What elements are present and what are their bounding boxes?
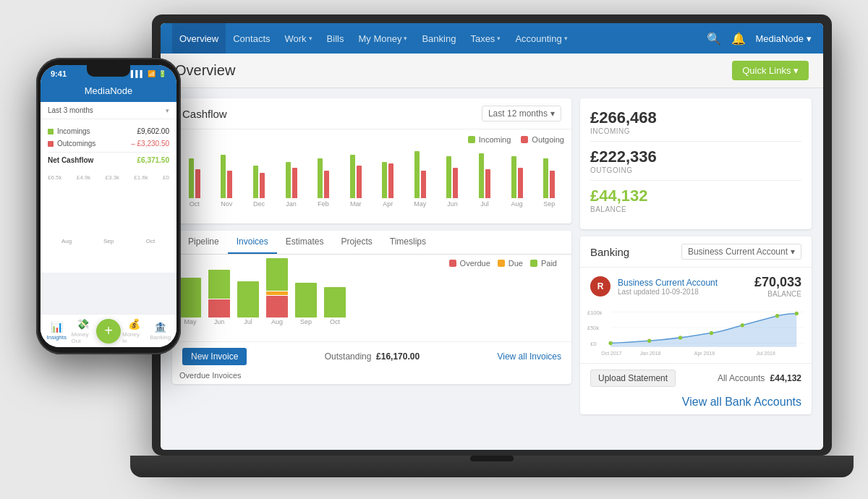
nav-right: 🔍 🔔 MediaNode ▾ (707, 32, 812, 46)
phone-filter-label: Last 3 months (48, 106, 93, 114)
pipeline-bar-aug: Aug (266, 258, 288, 325)
nav-overview[interactable]: Overview (172, 23, 226, 54)
svg-point-6 (608, 341, 612, 345)
phone-outcomings-row: Outcomings – £3,230.50 (48, 137, 169, 150)
balance-amount: £44,132 (590, 187, 801, 205)
tab-pipeline[interactable]: Pipeline (179, 231, 228, 254)
tab-timeslips[interactable]: Timeslips (381, 231, 435, 254)
bank-chart-svg: £100k £50k £0 (587, 308, 804, 359)
bank-last-updated: Last updated 10-09-2018 (618, 288, 747, 296)
cashflow-bar-feb: Feb (308, 140, 339, 208)
phone-time: 9:41 (51, 69, 67, 78)
svg-text:Oct 2017: Oct 2017 (601, 351, 621, 356)
pipeline-bar-sep: Sep (295, 283, 317, 325)
incoming-stat: £266,468 INCOMING (590, 108, 801, 135)
cashflow-bar-jul: Jul (469, 140, 500, 208)
page-title: Overview (175, 62, 235, 79)
tabs-bar: Pipeline Invoices Estimates Projects Tim… (172, 231, 571, 255)
account-selector[interactable]: Business Current Account ▾ (681, 244, 801, 260)
quick-links-button[interactable]: Quick Links ▾ (732, 61, 809, 80)
tab-projects[interactable]: Projects (332, 231, 380, 254)
bank-balance-label: BALANCE (754, 290, 801, 298)
svg-point-11 (775, 314, 779, 317)
nav-my-money[interactable]: My Money ▾ (351, 23, 414, 54)
right-panel: £266,468 INCOMING £222,336 OUTGOING (580, 98, 812, 444)
phone-filter-row[interactable]: Last 3 months ▾ (41, 102, 176, 119)
svg-point-10 (741, 323, 744, 327)
pipeline-footer: New Invoice Outstanding £16,170.00 View … (172, 341, 571, 371)
search-icon[interactable]: 🔍 (707, 32, 721, 46)
nav-contacts[interactable]: Contacts (226, 23, 277, 54)
svg-text:Jul 2018: Jul 2018 (757, 351, 775, 356)
nav-user[interactable]: MediaNode ▾ (756, 33, 812, 44)
cashflow-bar-jun: Jun (438, 140, 468, 208)
phone-nav-money-in[interactable]: 💰 Money In (121, 315, 148, 347)
bank-footer: Upload Statement All Accounts £44,132 (580, 363, 812, 393)
phone-net-row: Net Cashflow £6,371.50 (48, 152, 169, 166)
laptop: Overview Contacts Work ▾ Bills My Money (152, 14, 832, 477)
pipeline-legend: Overdue Due Paid (179, 259, 564, 270)
view-all-banks-link[interactable]: View all Bank Accounts (682, 396, 801, 408)
all-accounts-info: All Accounts £44,132 (718, 373, 801, 383)
nav-bills[interactable]: Bills (320, 23, 352, 54)
phone-nav-money-out[interactable]: 💸 Money Out (70, 315, 97, 347)
phone-nav-insights[interactable]: 📊 Insights (43, 318, 70, 344)
view-all-invoices-link[interactable]: View all Invoices (497, 351, 561, 362)
cashflow-bar-chart: Oct Nov Dec Jan Feb Mar (179, 148, 564, 221)
outcomings-value: – £3,230.50 (131, 140, 169, 148)
scene: Overview Contacts Work ▾ Bills My Money (36, 14, 832, 485)
phone-mini-chart: £6.5k £4.9k £3.3k £1.6k £0 (41, 171, 176, 273)
svg-text:Apr 2018: Apr 2018 (694, 351, 715, 357)
svg-point-9 (710, 331, 713, 335)
laptop-screen: Overview Contacts Work ▾ Bills My Money (161, 23, 823, 450)
svg-text:£0: £0 (590, 341, 596, 347)
banking-account-header: R Business Current Account Last updated … (580, 268, 812, 305)
balance-stat: £44,132 BALANCE (590, 187, 801, 213)
upload-statement-button[interactable]: Upload Statement (590, 370, 676, 387)
pipeline-card: Pipeline Invoices Estimates Projects Tim… (172, 231, 571, 384)
app-header: Overview Quick Links ▾ (161, 54, 823, 88)
cashflow-bar-nov: Nov (212, 140, 242, 208)
svg-text:£100k: £100k (587, 310, 603, 316)
money-in-icon: 💰 (128, 318, 140, 330)
nav-work[interactable]: Work ▾ (278, 23, 320, 54)
incoming-amount: £266,468 (590, 108, 801, 127)
nav-taxes[interactable]: Taxes ▾ (463, 23, 508, 54)
signal-icon: ▌▌▌ (131, 70, 145, 77)
phone: 9:41 ▌▌▌ 📶 🔋 MediaNode Last 3 months ▾ (36, 58, 181, 354)
view-all-banks-row: View all Bank Accounts (580, 393, 812, 414)
stats-card: £266,468 INCOMING £222,336 OUTGOING (580, 98, 812, 229)
bank-account-name: Business Current Account (618, 278, 747, 288)
period-selector[interactable]: Last 12 months ▾ (482, 106, 561, 121)
mini-bar-oct: Oct (130, 202, 171, 244)
bell-icon[interactable]: 🔔 (731, 32, 746, 46)
tab-estimates[interactable]: Estimates (277, 231, 333, 254)
phone-nav-banking[interactable]: 🏦 Banking (148, 318, 174, 344)
cashflow-bar-aug: Aug (502, 140, 532, 208)
app-nav: Overview Contacts Work ▾ Bills My Money (161, 23, 823, 54)
pipeline-bar-jul: Jul (237, 281, 259, 325)
pipeline-bars: May Jun Jul Aug Sep (179, 270, 564, 336)
phone-add-button[interactable]: + (96, 319, 121, 344)
cashflow-bar-sep: Sep (534, 140, 564, 208)
tab-invoices[interactable]: Invoices (228, 231, 277, 254)
incomings-value: £9,602.00 (137, 127, 170, 135)
phone-notch (87, 65, 130, 77)
cashflow-bar-mar: Mar (341, 140, 371, 208)
mini-bar-chart: Aug Sep (46, 182, 171, 255)
outgoing-label: OUTGOING (590, 166, 801, 174)
bank-balance-section: £70,033 BALANCE (754, 275, 801, 298)
nav-accounting[interactable]: Accounting ▾ (508, 23, 574, 54)
overdue-note: Overdue Invoices (172, 371, 571, 384)
incoming-label: INCOMING (590, 127, 801, 135)
bank-chart: £100k £50k £0 (580, 305, 812, 363)
svg-point-8 (678, 336, 682, 339)
new-invoice-button[interactable]: New Invoice (182, 348, 247, 365)
cashflow-bar-may: May (405, 140, 435, 208)
nav-banking[interactable]: Banking (414, 23, 463, 54)
pipeline-bar-oct: Oct (324, 287, 346, 325)
cashflow-chart: Incoming Outgoing (172, 129, 571, 223)
cashflow-bar-jan: Jan (276, 140, 307, 208)
banking-card: Banking Business Current Account ▾ R (580, 236, 812, 414)
bank-amount: £70,033 (754, 275, 801, 290)
